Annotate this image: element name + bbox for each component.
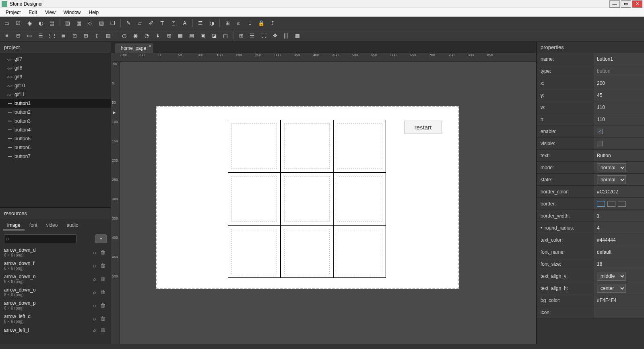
tool-btn-layout1-icon[interactable]: ▣ xyxy=(198,31,207,40)
maximize-button[interactable]: ▭ xyxy=(621,0,631,8)
tool-btn-splitv-icon[interactable]: ▥ xyxy=(104,31,113,40)
grid-cell[interactable] xyxy=(228,120,281,172)
tool-btn-split-icon[interactable]: ▤ xyxy=(187,31,196,40)
view-resource-icon[interactable]: ⌕ xyxy=(91,249,99,255)
tool-btn-align-icon[interactable]: ≡ xyxy=(2,31,11,40)
tool-btn-grid-icon[interactable]: ⊞ xyxy=(223,18,232,27)
tool-btn-radio-icon[interactable]: ◉ xyxy=(25,18,34,27)
tool-btn-export-icon[interactable]: ⤴ xyxy=(268,18,277,27)
tool-btn-rect-icon[interactable]: ▱ xyxy=(135,18,144,27)
resource-item[interactable]: arrow_down_o6 × 6 (png)⌕🗑 xyxy=(4,285,107,299)
delete-resource-icon[interactable]: 🗑 xyxy=(99,249,107,255)
prop-input[interactable] xyxy=(597,261,641,267)
tool-btn-screen2-icon[interactable]: ⊞ xyxy=(81,31,90,40)
grid-cell[interactable] xyxy=(333,225,386,278)
tool-btn-layout2-icon[interactable]: ◪ xyxy=(210,31,219,40)
close-tab-icon[interactable]: ✕ xyxy=(149,44,152,48)
prop-input[interactable] xyxy=(597,213,641,219)
tool-btn-adjust-icon[interactable]: ⎚ xyxy=(234,18,243,27)
design-surface[interactable]: restart xyxy=(156,106,459,289)
tool-btn-gif-icon[interactable]: ▦ xyxy=(74,18,83,27)
prop-input[interactable] xyxy=(597,225,641,231)
delete-resource-icon[interactable]: 🗑 xyxy=(99,276,107,282)
tool-btn-phone-icon[interactable]: ▯ xyxy=(93,31,101,40)
tool-btn-gauge1-icon[interactable]: ◉ xyxy=(131,31,140,40)
prop-input[interactable] xyxy=(597,153,641,158)
tool-btn-tab-icon[interactable]: ⊟ xyxy=(14,31,23,40)
grid-cell[interactable] xyxy=(333,120,386,172)
prop-input[interactable] xyxy=(597,249,641,255)
tree-item-button3[interactable]: button3 xyxy=(0,117,111,125)
view-resource-icon[interactable]: ⌕ xyxy=(91,263,99,269)
resource-item[interactable]: arrow_down_p6 × 6 (png)⌕🗑 xyxy=(4,299,107,312)
tool-btn-crop-icon[interactable]: ⛶ xyxy=(259,31,268,40)
tool-btn-font-icon[interactable]: A xyxy=(180,18,189,27)
prop-input[interactable] xyxy=(597,56,641,62)
view-resource-icon[interactable]: ⌕ xyxy=(91,327,99,333)
tool-btn-rows-icon[interactable]: ☰ xyxy=(248,31,257,40)
tree-item-button5[interactable]: button5 xyxy=(0,134,111,143)
expand-arrow-icon[interactable]: ▶ xyxy=(113,110,116,115)
menu-view[interactable]: View xyxy=(41,9,60,16)
tree-item-gif11[interactable]: GIFgif11 xyxy=(0,90,111,99)
prop-select[interactable]: middle xyxy=(597,272,626,281)
tool-btn-label-icon[interactable]: ⍞ xyxy=(169,18,178,27)
tab-home-page[interactable]: home_page ✕ xyxy=(115,43,153,53)
chevron-down-icon[interactable]: ▾ xyxy=(541,226,542,230)
tool-btn-grid2-icon[interactable]: ⊞ xyxy=(237,31,246,40)
tool-btn-gauge2-icon[interactable]: ◔ xyxy=(142,31,151,40)
grid-cell[interactable] xyxy=(281,225,333,278)
tool-btn-table-icon[interactable]: ⊞ xyxy=(165,31,173,40)
tool-btn-check-icon[interactable]: ☑ xyxy=(14,18,23,27)
tool-btn-download-icon[interactable]: ⤓ xyxy=(246,18,254,27)
prop-select[interactable]: normal xyxy=(597,163,626,172)
tool-btn-barcode-icon[interactable]: ∥∥ xyxy=(282,31,291,40)
tree-item-button4[interactable]: button4 xyxy=(0,125,111,134)
tool-btn-image-icon[interactable]: ▧ xyxy=(63,18,72,27)
delete-resource-icon[interactable]: 🗑 xyxy=(99,289,107,295)
tool-btn-screen1-icon[interactable]: ⊡ xyxy=(70,31,79,40)
delete-resource-icon[interactable]: 🗑 xyxy=(99,327,107,333)
menu-project[interactable]: Project xyxy=(2,9,25,16)
tree-item-gif8[interactable]: GIFgif8 xyxy=(0,64,111,72)
tree-item-gif10[interactable]: GIFgif10 xyxy=(0,81,111,90)
tool-btn-svg-icon[interactable]: ◇ xyxy=(86,18,95,27)
delete-resource-icon[interactable]: 🗑 xyxy=(99,263,107,269)
tool-btn-bullets-icon[interactable]: ⋮⋮ xyxy=(47,31,56,40)
prop-input[interactable] xyxy=(597,189,641,195)
tool-btn-color-icon[interactable]: ▨ xyxy=(97,18,106,27)
resource-item[interactable]: arrow_down_d6 × 6 (png)⌕🗑 xyxy=(4,246,107,259)
tree-item-gif7[interactable]: GIFgif7 xyxy=(0,55,111,64)
tool-btn-text-icon[interactable]: T xyxy=(158,18,167,27)
delete-resource-icon[interactable]: 🗑 xyxy=(99,316,107,322)
prop-checkbox[interactable] xyxy=(597,141,603,146)
border-swatch[interactable] xyxy=(618,201,626,207)
tool-btn-move-icon[interactable]: ✥ xyxy=(270,31,279,40)
grid-cell[interactable] xyxy=(228,172,281,225)
prop-input[interactable] xyxy=(597,92,641,98)
grid-cell[interactable] xyxy=(281,172,333,225)
resource-item[interactable]: arrow_left_f⌕🗑 xyxy=(4,325,107,335)
grid-cell[interactable] xyxy=(333,172,386,225)
prop-input[interactable] xyxy=(597,237,641,243)
view-resource-icon[interactable]: ⌕ xyxy=(91,302,99,308)
menu-edit[interactable]: Edit xyxy=(25,9,41,16)
menu-help[interactable]: Help xyxy=(85,9,103,16)
grid-cell[interactable] xyxy=(281,120,333,172)
tool-btn-copy-icon[interactable]: ❐ xyxy=(108,18,117,27)
tree-item-gif9[interactable]: GIFgif9 xyxy=(0,72,111,81)
prop-select[interactable]: normal xyxy=(597,175,626,184)
tool-btn-numbers-icon[interactable]: ≣ xyxy=(59,31,68,40)
prop-checkbox[interactable]: ✓ xyxy=(597,129,603,134)
tool-btn-lock-icon[interactable]: 🔒 xyxy=(257,18,266,27)
resource-item[interactable]: arrow_left_d6 × 6 (png)⌕🗑 xyxy=(4,312,107,325)
res-tab-image[interactable]: image xyxy=(3,221,25,230)
canvas-area[interactable]: -50050100150200250300350400450500 ▶ xyxy=(111,62,536,344)
view-resource-icon[interactable]: ⌕ xyxy=(91,289,99,295)
prop-input[interactable] xyxy=(597,298,641,303)
tool-btn-sliders-icon[interactable]: ☰ xyxy=(196,18,205,27)
tool-btn-panel-icon[interactable]: ▤ xyxy=(47,18,56,27)
menu-window[interactable]: Window xyxy=(60,9,85,16)
tool-btn-thermo-icon[interactable]: 🌡 xyxy=(153,31,162,40)
res-tab-audio[interactable]: audio xyxy=(62,221,82,230)
